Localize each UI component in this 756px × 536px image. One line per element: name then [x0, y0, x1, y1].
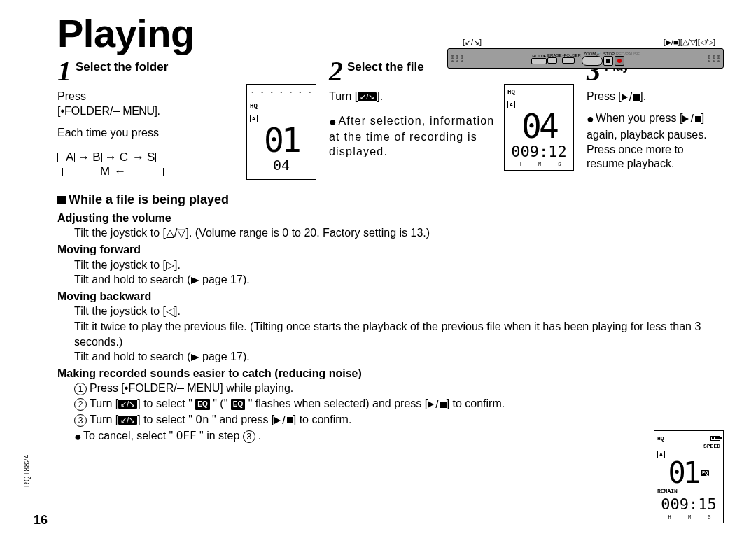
- device-illustration: [↙/↘] [▶/■][△/▽][◁/▷] HOLD▸ ERASE •FOLD: [447, 38, 724, 69]
- section-heading: While a file is being played: [57, 191, 724, 208]
- circled-3-icon: 3: [243, 430, 255, 443]
- lcd-screen-step1: - - - - - - - - HQ A 01 04: [246, 84, 316, 180]
- subheading: Moving backward: [57, 289, 724, 304]
- text: ●When you press [/] again, playback paus…: [587, 111, 720, 171]
- play-stop-icon: /: [682, 112, 701, 127]
- play-stop-icon: /: [622, 90, 640, 105]
- step-title: Select the file: [347, 60, 424, 74]
- play-stop-icon: /: [274, 413, 293, 428]
- page-number: 16: [34, 513, 48, 528]
- eq-icon: EQ: [701, 470, 709, 476]
- circled-3-icon: 3: [74, 414, 87, 427]
- lcd-screen-step2: HQ A 04 009:12 H M S: [504, 84, 574, 171]
- page-title: Playing: [57, 14, 195, 53]
- jog-dial-icon: ↙/↘: [358, 92, 377, 101]
- subheading: Making recorded sounds easier to catch (…: [57, 366, 724, 381]
- arrow-right-icon: [191, 354, 200, 361]
- text: [•FOLDER/ MENU].: [57, 104, 239, 119]
- text: Tilt it twice to play the previous file.…: [57, 319, 724, 349]
- square-bullet-icon: [57, 196, 66, 204]
- device-buttons: HOLD▸ ERASE •FOLDER ZOOM🎤 STOP REC/PAUSE: [531, 51, 640, 66]
- text: 3Turn [↙/↘] to select " On " and press […: [57, 412, 724, 428]
- text: Tilt and hold to search ( page 17).: [57, 349, 724, 365]
- subheading: Adjusting the volume: [57, 211, 724, 226]
- arrow-right-icon: [191, 277, 200, 284]
- device-label-left: [↙/↘]: [463, 38, 482, 47]
- device-label-right: [▶/■][△/▽][◁/▷]: [664, 38, 715, 47]
- text: Turn [↙/↘].: [329, 90, 497, 104]
- circled-2-icon: 2: [74, 398, 87, 411]
- text: Tilt the joystick to [△/▽]. (Volume rang…: [57, 225, 724, 241]
- circled-1-icon: 1: [74, 383, 87, 395]
- text: Each time you press: [57, 126, 239, 141]
- step-1: 1 Select the folder Press [•FOLDER/ MENU…: [57, 59, 316, 180]
- while-playing-section: While a file is being played Adjusting t…: [57, 191, 724, 445]
- jog-dial-icon: ↙/↘: [118, 416, 137, 425]
- text: Press [/].: [587, 90, 720, 104]
- eq-icon: EQ: [195, 399, 209, 410]
- step-number: 2: [329, 59, 343, 84]
- folder-cycle-diagram: A → B → C → S: [57, 150, 239, 179]
- text: 1Press [•FOLDER/ MENU] while playing.: [57, 381, 724, 396]
- text: ●After selection, information at the tim…: [329, 114, 497, 160]
- eq-icon: EQ: [231, 399, 245, 410]
- step-number: 1: [57, 59, 71, 84]
- step-2: 2 Select the file Turn [↙/↘]. ●After sel…: [329, 59, 574, 180]
- jog-dial-icon: ↙/↘: [118, 400, 137, 409]
- step-3: 3 Play Press [/]. ●When you press [/] ag…: [587, 59, 720, 180]
- text: Tilt and hold to search ( page 17).: [57, 272, 724, 288]
- text: ●To cancel, select " OFF " in step 3.: [57, 428, 724, 445]
- text: Tilt the joystick to [◁].: [57, 304, 724, 319]
- speaker-holes-right: [708, 55, 720, 62]
- text: Tilt the joystick to [▷].: [57, 258, 724, 273]
- lcd-screen-bottom: HQ SPEED A 01 EQ REMAIN 009:15 H M S: [654, 430, 724, 523]
- speaker-holes: [451, 55, 463, 62]
- step-title: Select the folder: [76, 60, 168, 74]
- play-stop-icon: /: [428, 397, 446, 412]
- document-id: RQT8824: [23, 454, 31, 487]
- subheading: Moving forward: [57, 242, 724, 258]
- battery-icon: [710, 436, 720, 441]
- text: Press: [57, 90, 239, 104]
- text: 2Turn [↙/↘] to select " EQ " (" EQ " fla…: [57, 396, 724, 412]
